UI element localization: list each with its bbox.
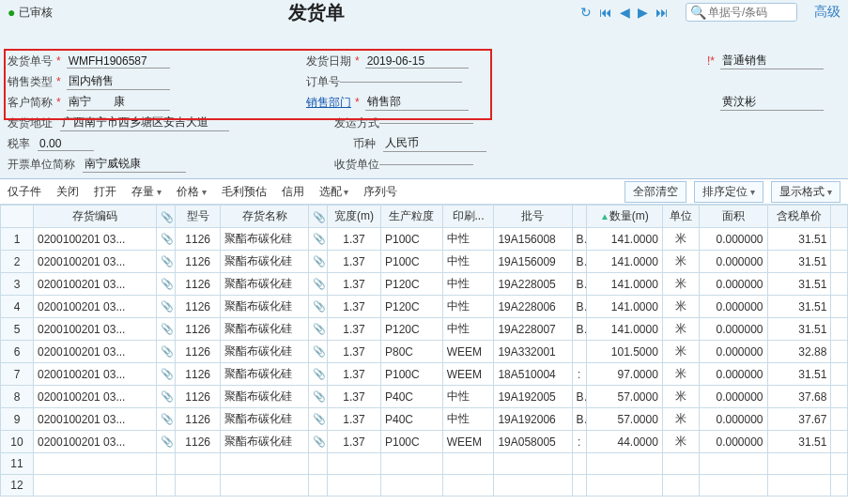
- btn-display-fmt[interactable]: 显示格式: [771, 181, 840, 203]
- table-row[interactable]: 80200100201 03...📎1126聚酯布碳化硅📎1.37P40C中性1…: [1, 386, 848, 408]
- cell-area[interactable]: 0.000000: [700, 251, 767, 273]
- cell-qty[interactable]: 141.0000: [586, 318, 662, 341]
- value-tax[interactable]: 0.00: [38, 137, 94, 151]
- cell-batch[interactable]: 19A332001: [494, 341, 572, 363]
- col-price[interactable]: 含税单价: [767, 206, 831, 228]
- cell-grade[interactable]: [380, 453, 442, 475]
- cell-batch[interactable]: 19A058005: [494, 431, 572, 453]
- cell-clip[interactable]: 📎: [309, 341, 328, 363]
- cell-b2[interactable]: B: [572, 296, 586, 318]
- tb-open[interactable]: 打开: [94, 184, 116, 200]
- refresh-icon[interactable]: ↻: [580, 5, 592, 20]
- btn-sort-pos[interactable]: 排序定位: [694, 181, 763, 203]
- cell-print[interactable]: [442, 453, 494, 475]
- cell-clip[interactable]: 📎: [157, 341, 176, 363]
- value-ship-no[interactable]: WMFH1906587: [67, 54, 170, 69]
- value-ship-method[interactable]: [379, 123, 473, 124]
- cell-grade[interactable]: P100C: [380, 363, 442, 386]
- cell-qty[interactable]: [586, 453, 662, 475]
- cell-model[interactable]: 1126: [176, 273, 221, 296]
- cell-unit[interactable]: 米: [662, 228, 699, 251]
- value-cust[interactable]: 南宁 康: [67, 94, 170, 111]
- cell-print[interactable]: [442, 475, 494, 496]
- cell-width[interactable]: 1.37: [328, 296, 381, 318]
- col-width[interactable]: 宽度(m): [328, 206, 381, 228]
- value-ship-addr[interactable]: 广西南宁市西乡塘区安吉大道: [60, 115, 229, 131]
- tb-option[interactable]: 选配: [319, 184, 349, 200]
- cell-batch[interactable]: 19A228007: [494, 318, 572, 341]
- cell-code[interactable]: 0200100201 03...: [34, 318, 157, 341]
- cell-extra[interactable]: [831, 273, 848, 296]
- table-row[interactable]: 20200100201 03...📎1126聚酯布碳化硅📎1.37P100C中性…: [1, 251, 848, 273]
- cell-unit[interactable]: 米: [662, 386, 699, 408]
- cell-print[interactable]: 中性: [442, 228, 494, 251]
- cell-clip[interactable]: 📎: [157, 431, 176, 453]
- table-row[interactable]: 10200100201 03...📎1126聚酯布碳化硅📎1.37P100C中性…: [1, 228, 848, 251]
- cell-batch[interactable]: 19A192005: [494, 386, 572, 408]
- cell-price[interactable]: [767, 475, 831, 496]
- col-b2[interactable]: [572, 206, 586, 228]
- cell-price[interactable]: [767, 453, 831, 475]
- cell-code[interactable]: 0200100201 03...: [34, 228, 157, 251]
- value-sale-type[interactable]: 国内销售: [67, 73, 170, 90]
- cell-grade[interactable]: P80C: [380, 341, 442, 363]
- cell-b2[interactable]: B: [572, 273, 586, 296]
- advanced-link[interactable]: 高级: [814, 4, 840, 21]
- cell-price[interactable]: 31.51: [767, 251, 831, 273]
- cell-b2[interactable]: B: [572, 386, 586, 408]
- cell-qty[interactable]: 141.0000: [586, 296, 662, 318]
- table-row[interactable]: 40200100201 03...📎1126聚酯布碳化硅📎1.37P120C中性…: [1, 296, 848, 318]
- cell-width[interactable]: [328, 475, 381, 496]
- cell-extra[interactable]: [831, 431, 848, 453]
- cell-model[interactable]: [176, 475, 221, 496]
- col-print[interactable]: 印刷...: [442, 206, 494, 228]
- table-row[interactable]: 60200100201 03...📎1126聚酯布碳化硅📎1.37P80CWEE…: [1, 341, 848, 363]
- cell-batch[interactable]: 18A510004: [494, 363, 572, 386]
- label-sales-dept[interactable]: 销售部门: [306, 95, 351, 111]
- cell-price[interactable]: 37.67: [767, 408, 831, 431]
- cell-price[interactable]: 32.88: [767, 341, 831, 363]
- cell-code[interactable]: 0200100201 03...: [34, 296, 157, 318]
- cell-code[interactable]: 0200100201 03...: [34, 273, 157, 296]
- data-grid[interactable]: 存货编码 📎 型号 存货名称 📎 宽度(m) 生产粒度 印刷... 批号 ▲数量…: [0, 205, 848, 504]
- table-row[interactable]: 30200100201 03...📎1126聚酯布碳化硅📎1.37P120C中性…: [1, 273, 848, 296]
- cell-clip[interactable]: 📎: [157, 273, 176, 296]
- cell-b2[interactable]: B: [572, 318, 586, 341]
- value-ship-date[interactable]: 2019-06-15: [365, 54, 469, 69]
- cell-area[interactable]: 0.000000: [700, 273, 767, 296]
- last-icon[interactable]: ⏭: [655, 5, 669, 20]
- cell-clip[interactable]: 📎: [309, 251, 328, 273]
- cell-print[interactable]: 中性: [442, 251, 494, 273]
- cell-clip[interactable]: [309, 453, 328, 475]
- cell-grade[interactable]: [380, 475, 442, 496]
- col-clip2[interactable]: 📎: [309, 206, 328, 228]
- value-recv-unit[interactable]: [379, 164, 473, 165]
- cell-unit[interactable]: 米: [662, 296, 699, 318]
- value-order-no[interactable]: [340, 82, 462, 83]
- cell-name[interactable]: [221, 475, 309, 496]
- cell-print[interactable]: 中性: [442, 296, 494, 318]
- cell-clip[interactable]: [309, 475, 328, 496]
- cell-extra[interactable]: [831, 386, 848, 408]
- cell-area[interactable]: 0.000000: [700, 341, 767, 363]
- cell-grade[interactable]: P120C: [380, 296, 442, 318]
- cell-code[interactable]: 0200100201 03...: [34, 363, 157, 386]
- cell-name[interactable]: 聚酯布碳化硅: [221, 296, 309, 318]
- cell-width[interactable]: 1.37: [328, 341, 381, 363]
- cell-qty[interactable]: 44.0000: [586, 431, 662, 453]
- cell-area[interactable]: 0.000000: [700, 296, 767, 318]
- cell-name[interactable]: 聚酯布碳化硅: [221, 386, 309, 408]
- col-area[interactable]: 面积: [700, 206, 767, 228]
- cell-grade[interactable]: P120C: [380, 318, 442, 341]
- cell-clip[interactable]: 📎: [309, 363, 328, 386]
- cell-name[interactable]: [221, 453, 309, 475]
- cell-model[interactable]: 1126: [176, 341, 221, 363]
- cell-clip[interactable]: 📎: [157, 386, 176, 408]
- cell-width[interactable]: 1.37: [328, 431, 381, 453]
- cell-code[interactable]: [34, 453, 157, 475]
- cell-qty[interactable]: 97.0000: [586, 363, 662, 386]
- cell-model[interactable]: 1126: [176, 296, 221, 318]
- cell-name[interactable]: 聚酯布碳化硅: [221, 273, 309, 296]
- cell-clip[interactable]: 📎: [309, 228, 328, 251]
- cell-name[interactable]: 聚酯布碳化硅: [221, 251, 309, 273]
